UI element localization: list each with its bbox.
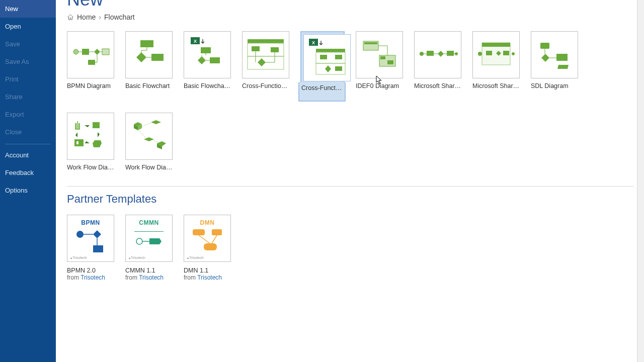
home-icon[interactable] — [67, 14, 74, 21]
workflow-diagram-icon — [70, 117, 111, 155]
sidebar-item-options[interactable]: Options — [0, 182, 56, 199]
partner-link[interactable]: Trisotech — [139, 274, 164, 281]
svg-marker-2 — [94, 49, 100, 55]
svg-rect-46 — [380, 56, 385, 59]
svg-rect-25 — [248, 39, 284, 43]
template-bpmn-diagram[interactable]: BPMN Diagram — [67, 31, 114, 102]
svg-marker-11 — [136, 52, 146, 62]
partner-thumb-title: CMMN — [139, 219, 158, 226]
template-label: Basic Flowchart — [125, 82, 173, 89]
dmn-partner-icon — [190, 226, 225, 254]
idef0-icon — [359, 37, 399, 72]
svg-marker-74 — [85, 141, 90, 143]
sidebar-divider — [5, 144, 51, 144]
svg-marker-40 — [325, 65, 331, 72]
cmmn-partner-icon — [131, 226, 167, 254]
template-label: Cross-Functional... — [242, 82, 289, 89]
sdl-icon — [534, 40, 575, 70]
svg-point-0 — [73, 49, 78, 54]
sidebar-item-open[interactable]: Open — [0, 18, 56, 35]
template-label: Work Flow Diagr... — [125, 164, 173, 171]
svg-rect-71 — [74, 139, 84, 146]
svg-rect-12 — [151, 54, 164, 61]
svg-text:X: X — [312, 40, 315, 45]
svg-marker-73 — [85, 125, 90, 127]
main-content: New Home › Flowchart — [56, 0, 644, 362]
svg-rect-27 — [248, 56, 284, 69]
template-label: Cross-Functional... — [298, 82, 346, 102]
svg-point-50 — [420, 52, 424, 56]
svg-rect-30 — [271, 47, 279, 52]
templates-grid: BPMN Diagram Basic Flowchart — [67, 31, 634, 171]
page-title: New — [67, 0, 634, 10]
template-basic-flowchart[interactable]: Basic Flowchart — [125, 31, 173, 102]
svg-rect-41 — [335, 55, 342, 59]
sidebar-item-save-as: Save As — [0, 53, 56, 70]
svg-marker-67 — [541, 54, 549, 62]
template-sdl-diagram[interactable]: SDL Diagram — [531, 31, 578, 102]
svg-rect-21 — [210, 57, 220, 63]
svg-rect-44 — [364, 42, 377, 44]
template-cross-functional-xl[interactable]: X Cross-Functional... — [299, 30, 346, 103]
bpmn-partner-icon — [73, 226, 108, 254]
svg-rect-68 — [556, 54, 568, 61]
template-label: Basic Flowchart... — [184, 82, 231, 89]
template-basic-flowchart-xl[interactable]: X Basic Flowchart... — [184, 31, 231, 102]
partner-from: from Trisotech — [125, 274, 173, 281]
partner-templates-title: Partner Templates — [67, 186, 634, 206]
partner-template-bpmn[interactable]: BPMN ▴Trisotech BPMN 2.0 from Trisotech — [67, 215, 114, 281]
svg-rect-72 — [76, 141, 78, 144]
svg-rect-89 — [212, 229, 222, 235]
svg-point-86 — [136, 238, 142, 244]
breadcrumb-flowchart[interactable]: Flowchart — [104, 13, 135, 21]
partner-templates-grid: BPMN ▴Trisotech BPMN 2.0 from Trisotech … — [67, 215, 634, 281]
template-label: IDEF0 Diagram — [356, 82, 403, 89]
partner-template-cmmn[interactable]: CMMN ▴Trisotech CMMN 1.1 from Trisotech — [125, 215, 173, 281]
partner-link[interactable]: Trisotech — [80, 274, 105, 281]
svg-line-78 — [139, 130, 146, 138]
template-cross-functional[interactable]: Cross-Functional... — [242, 31, 289, 102]
template-sharepoint-1[interactable]: Microsoft Share... — [414, 31, 461, 102]
partner-from: from Trisotech — [184, 274, 231, 281]
sidebar-item-export: Export — [0, 106, 56, 123]
svg-line-92 — [212, 235, 217, 243]
svg-marker-75 — [75, 132, 77, 137]
sidebar-item-share: Share — [0, 88, 56, 106]
partner-template-dmn[interactable]: DMN ▴Trisotech DMN 1.1 from Trisotech — [184, 215, 231, 281]
template-idef0-diagram[interactable]: IDEF0 Diagram — [356, 31, 403, 102]
sidebar-item-new[interactable]: New — [0, 0, 56, 18]
svg-rect-62 — [486, 51, 492, 55]
svg-rect-64 — [503, 51, 509, 55]
template-label: SDL Diagram — [531, 82, 578, 89]
sharepoint-workflow-2-icon — [476, 40, 516, 70]
svg-marker-81 — [93, 230, 101, 238]
svg-marker-76 — [98, 132, 100, 137]
svg-rect-1 — [82, 49, 89, 55]
basic-flowchart-excel-icon: X — [188, 35, 227, 74]
svg-text:X: X — [194, 39, 197, 44]
svg-rect-3 — [102, 49, 109, 55]
partner-thumb-title: DMN — [200, 219, 215, 226]
partner-label: BPMN 2.0 — [67, 267, 114, 274]
svg-line-91 — [199, 235, 210, 243]
trisotech-logo-icon: ▴Trisotech — [129, 256, 145, 260]
template-label: Microsoft Share... — [472, 82, 520, 89]
scrollbar-track[interactable] — [637, 0, 644, 362]
template-workflow-1[interactable]: Work Flow Diagr... — [67, 113, 114, 171]
svg-rect-47 — [387, 60, 393, 64]
template-workflow-2[interactable]: Work Flow Diagr... — [125, 113, 173, 171]
partner-label: DMN 1.1 — [184, 267, 231, 274]
sidebar-item-feedback[interactable]: Feedback — [0, 164, 56, 182]
workflow-3d-icon — [129, 117, 169, 155]
svg-point-80 — [76, 231, 84, 238]
cross-functional-icon — [246, 37, 286, 72]
svg-rect-60 — [482, 43, 510, 47]
svg-rect-19 — [201, 47, 211, 53]
cross-functional-excel-icon: X — [307, 38, 347, 78]
backstage-sidebar: New Open Save Save As Print Share Export… — [0, 0, 56, 362]
partner-link[interactable]: Trisotech — [197, 274, 222, 281]
breadcrumb-home[interactable]: Home — [77, 13, 96, 21]
sidebar-item-account[interactable]: Account — [0, 146, 56, 164]
template-sharepoint-2[interactable]: Microsoft Share... — [472, 31, 520, 102]
breadcrumb-separator-icon: › — [99, 13, 101, 21]
